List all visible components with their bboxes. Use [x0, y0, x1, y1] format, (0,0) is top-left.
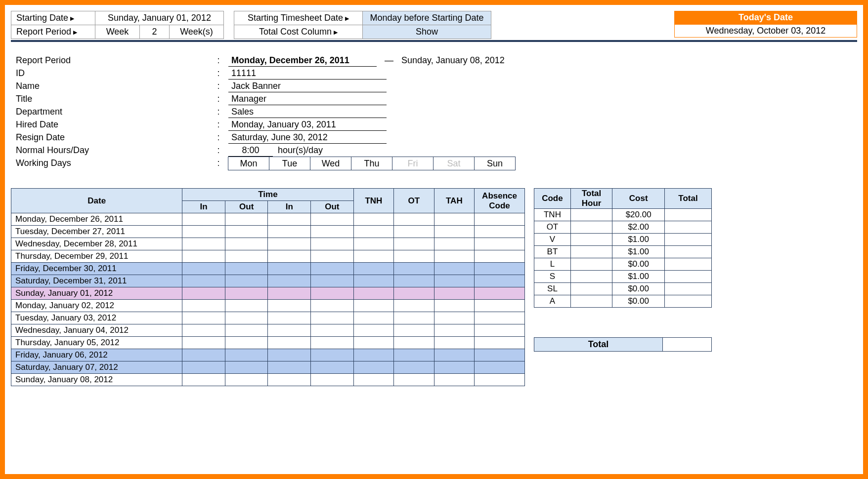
cell[interactable] — [268, 374, 311, 386]
cell[interactable] — [434, 250, 474, 263]
cell[interactable] — [353, 213, 393, 226]
cell[interactable] — [394, 349, 434, 361]
cell[interactable] — [475, 213, 525, 226]
cell[interactable] — [225, 349, 268, 361]
cell[interactable] — [394, 361, 434, 374]
val-hired[interactable]: Monday, January 03, 2011 — [228, 118, 387, 131]
cell[interactable] — [394, 324, 434, 337]
cell[interactable] — [268, 312, 311, 324]
cell[interactable] — [475, 250, 525, 263]
cell[interactable] — [394, 300, 434, 312]
cell[interactable] — [434, 287, 474, 300]
cell[interactable] — [182, 263, 225, 275]
cost-hour[interactable] — [570, 221, 612, 234]
val-title[interactable]: Manager — [228, 92, 387, 105]
starting-date-value[interactable]: Sunday, January 01, 2012 — [95, 11, 224, 25]
cell[interactable] — [353, 300, 393, 312]
cost-hour[interactable] — [570, 246, 612, 258]
cell[interactable] — [353, 238, 393, 250]
report-period-unit[interactable]: Week — [95, 25, 140, 39]
cell[interactable] — [311, 312, 354, 324]
cell[interactable] — [394, 287, 434, 300]
cell[interactable] — [268, 263, 311, 275]
day-mon[interactable]: Mon — [228, 157, 269, 170]
day-sat[interactable]: Sat — [433, 157, 475, 170]
cell[interactable] — [268, 300, 311, 312]
cell[interactable] — [475, 312, 525, 324]
cell[interactable] — [353, 275, 393, 287]
cell[interactable] — [434, 238, 474, 250]
cell[interactable] — [475, 337, 525, 349]
cell[interactable] — [225, 275, 268, 287]
cell[interactable] — [353, 250, 393, 263]
cell[interactable] — [311, 337, 354, 349]
cell[interactable] — [225, 226, 268, 238]
cell[interactable] — [268, 275, 311, 287]
cell[interactable] — [182, 275, 225, 287]
total-cost-col-value[interactable]: Show — [363, 25, 491, 39]
cell[interactable] — [182, 374, 225, 386]
cell[interactable] — [268, 324, 311, 337]
cell[interactable] — [434, 374, 474, 386]
cell[interactable] — [394, 238, 434, 250]
cell[interactable] — [353, 337, 393, 349]
cell[interactable] — [353, 287, 393, 300]
cell[interactable] — [182, 349, 225, 361]
cell[interactable] — [311, 361, 354, 374]
cost-hour[interactable] — [570, 283, 612, 295]
period-start[interactable]: Monday, December 26, 2011 — [228, 54, 377, 67]
cell[interactable] — [394, 275, 434, 287]
val-hours[interactable]: 8:00 — [228, 144, 273, 157]
cell[interactable] — [394, 213, 434, 226]
cell[interactable] — [182, 238, 225, 250]
cell[interactable] — [353, 324, 393, 337]
cell[interactable] — [225, 312, 268, 324]
day-sun[interactable]: Sun — [474, 157, 516, 170]
cell[interactable] — [225, 250, 268, 263]
cell[interactable] — [434, 361, 474, 374]
val-dept[interactable]: Sales — [228, 105, 387, 118]
cell[interactable] — [311, 213, 354, 226]
cell[interactable] — [353, 263, 393, 275]
cell[interactable] — [353, 312, 393, 324]
cell[interactable] — [225, 374, 268, 386]
cell[interactable] — [268, 213, 311, 226]
cell[interactable] — [182, 226, 225, 238]
cell[interactable] — [225, 337, 268, 349]
cell[interactable] — [434, 337, 474, 349]
cell[interactable] — [394, 312, 434, 324]
day-fri[interactable]: Fri — [392, 157, 434, 170]
cell[interactable] — [475, 349, 525, 361]
cell[interactable] — [182, 337, 225, 349]
cell[interactable] — [225, 361, 268, 374]
cell[interactable] — [394, 263, 434, 275]
val-id[interactable]: 11111 — [228, 67, 387, 80]
cell[interactable] — [353, 226, 393, 238]
cell[interactable] — [475, 324, 525, 337]
cell[interactable] — [268, 238, 311, 250]
cell[interactable] — [268, 361, 311, 374]
cell[interactable] — [311, 275, 354, 287]
cell[interactable] — [434, 213, 474, 226]
cell[interactable] — [475, 238, 525, 250]
cell[interactable] — [182, 213, 225, 226]
cell[interactable] — [475, 287, 525, 300]
cell[interactable] — [311, 300, 354, 312]
cell[interactable] — [394, 337, 434, 349]
day-wed[interactable]: Wed — [310, 157, 351, 170]
cost-hour[interactable] — [570, 295, 612, 308]
cell[interactable] — [475, 275, 525, 287]
cell[interactable] — [353, 349, 393, 361]
cell[interactable] — [475, 361, 525, 374]
cell[interactable] — [353, 374, 393, 386]
report-period-num[interactable]: 2 — [140, 25, 170, 39]
cell[interactable] — [182, 312, 225, 324]
cell[interactable] — [394, 250, 434, 263]
cell[interactable] — [394, 226, 434, 238]
cell[interactable] — [225, 263, 268, 275]
cell[interactable] — [182, 287, 225, 300]
cell[interactable] — [182, 250, 225, 263]
val-name[interactable]: Jack Banner — [228, 80, 387, 92]
cell[interactable] — [225, 238, 268, 250]
cell[interactable] — [268, 337, 311, 349]
